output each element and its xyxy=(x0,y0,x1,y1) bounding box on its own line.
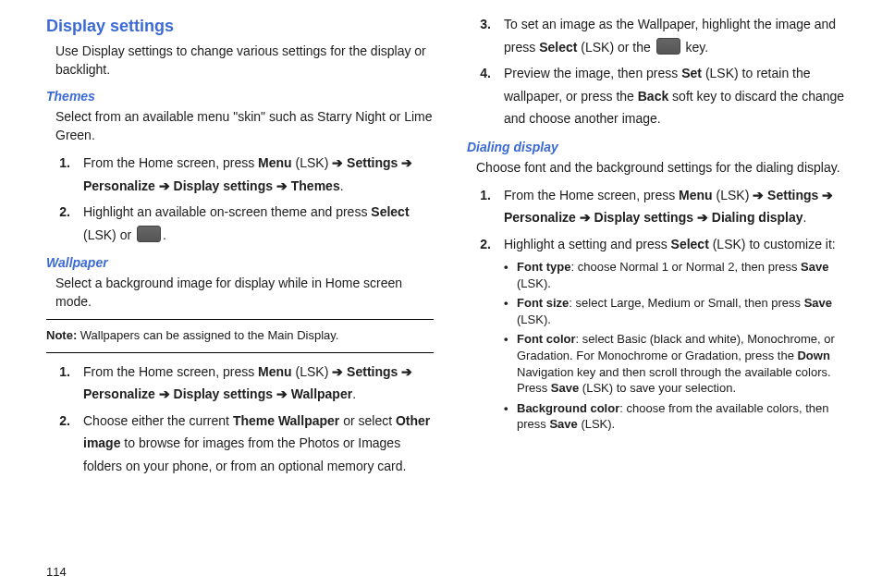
wallpaper-step-2: 2. Choose either the current Theme Wallp… xyxy=(46,410,434,478)
arrow-icon: ➔ xyxy=(697,210,708,225)
wallpaper-step-4: 4. Preview the image, then press Set (LS… xyxy=(467,62,854,130)
center-key-icon xyxy=(656,38,680,55)
themes-step-1: 1. From the Home screen, press Menu (LSK… xyxy=(46,152,434,197)
arrow-icon: ➔ xyxy=(753,188,764,202)
arrow-icon: ➔ xyxy=(276,178,288,193)
step-body: To set an image as the Wallpaper, highli… xyxy=(504,13,854,58)
wallpaper-intro: Select a background image for display wh… xyxy=(55,274,434,312)
themes-step-2: 2. Highlight an available on-screen them… xyxy=(46,201,434,246)
step-number: 1. xyxy=(46,361,83,406)
list-item: •Background color: choose from the avail… xyxy=(504,400,854,433)
step-number: 2. xyxy=(46,201,83,246)
left-column: Display settings Use Display settings to… xyxy=(46,9,450,579)
note: Note: Wallpapers can be assigned to the … xyxy=(46,327,434,345)
arrow-icon: ➔ xyxy=(332,155,343,170)
divider xyxy=(46,319,434,320)
step-body: From the Home screen, press Menu (LSK) ➔… xyxy=(504,184,854,229)
section-heading: Display settings xyxy=(46,17,434,36)
wallpaper-step-1: 1. From the Home screen, press Menu (LSK… xyxy=(46,361,434,406)
list-item: •Font color: select Basic (black and whi… xyxy=(504,331,854,396)
step-body: From the Home screen, press Menu (LSK) ➔… xyxy=(83,361,434,406)
arrow-icon: ➔ xyxy=(159,178,170,193)
step-number: 3. xyxy=(467,13,504,58)
wallpaper-heading: Wallpaper xyxy=(46,255,434,270)
dialing-bullets: •Font type: choose Normal 1 or Normal 2,… xyxy=(504,259,854,432)
arrow-icon: ➔ xyxy=(822,188,833,202)
arrow-icon: ➔ xyxy=(276,386,288,401)
dialing-steps: 1. From the Home screen, press Menu (LSK… xyxy=(467,184,854,436)
step-body: Choose either the current Theme Wallpape… xyxy=(83,410,434,478)
dialing-step-2: 2. Highlight a setting and press Select … xyxy=(467,233,854,436)
arrow-icon: ➔ xyxy=(580,210,591,225)
step-number: 2. xyxy=(46,410,83,478)
arrow-icon: ➔ xyxy=(401,364,412,379)
step-number: 4. xyxy=(467,62,504,130)
step-body: Highlight an available on-screen theme a… xyxy=(83,201,434,246)
list-item: •Font size: select Large, Medium or Smal… xyxy=(504,295,854,327)
step-body: Highlight a setting and press Select (LS… xyxy=(504,233,854,436)
themes-steps: 1. From the Home screen, press Menu (LSK… xyxy=(46,152,434,246)
page-number: 114 xyxy=(46,565,67,579)
themes-heading: Themes xyxy=(46,89,434,104)
step-number: 2. xyxy=(467,233,504,436)
step-number: 1. xyxy=(46,152,83,197)
wallpaper-steps: 1. From the Home screen, press Menu (LSK… xyxy=(46,361,434,478)
step-body: Preview the image, then press Set (LSK) … xyxy=(504,62,854,130)
arrow-icon: ➔ xyxy=(401,155,412,170)
manual-page: Display settings Use Display settings to… xyxy=(0,0,882,588)
right-column: 3. To set an image as the Wallpaper, hig… xyxy=(450,9,854,579)
divider xyxy=(46,352,434,353)
dialing-step-1: 1. From the Home screen, press Menu (LSK… xyxy=(467,184,854,229)
dialing-heading: Dialing display xyxy=(467,140,854,154)
section-intro: Use Display settings to change various s… xyxy=(55,42,434,80)
wallpaper-steps-continued: 3. To set an image as the Wallpaper, hig… xyxy=(467,13,854,130)
step-body: From the Home screen, press Menu (LSK) ➔… xyxy=(83,152,434,197)
list-item: •Font type: choose Normal 1 or Normal 2,… xyxy=(504,259,854,291)
wallpaper-step-3: 3. To set an image as the Wallpaper, hig… xyxy=(467,13,854,58)
themes-intro: Select from an available menu "skin" suc… xyxy=(55,107,434,145)
dialing-intro: Choose font and the background settings … xyxy=(476,158,854,177)
arrow-icon: ➔ xyxy=(159,386,170,401)
center-key-icon xyxy=(137,226,161,242)
step-number: 1. xyxy=(467,184,504,229)
arrow-icon: ➔ xyxy=(332,364,343,379)
